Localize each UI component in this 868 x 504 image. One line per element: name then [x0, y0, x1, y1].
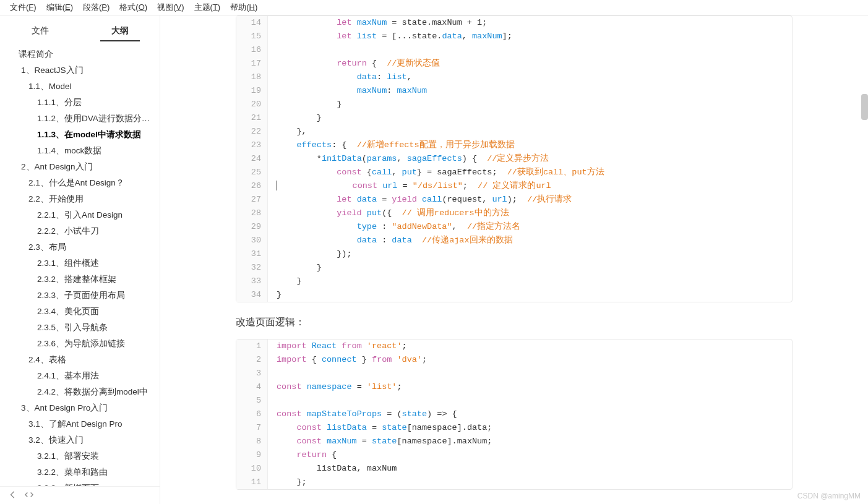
code-line: 27 let data = yield call(request, url); … [236, 193, 792, 207]
outline-item[interactable]: 2.4、表格 [2, 352, 157, 368]
outline-item[interactable]: 1.1.2、使用DVA进行数据分层管理 [2, 111, 157, 127]
code-line: 32 } [236, 261, 792, 275]
code-line: 19 maxNum: maxNum [236, 84, 792, 98]
code-line: 4const namespace = 'list'; [236, 380, 792, 394]
watermark: CSDN @amingMM [797, 492, 861, 500]
code-line: 3 [236, 367, 792, 380]
code-line: 34} [236, 288, 792, 302]
outline-item[interactable]: 2.2.1、引入Ant Design [2, 207, 157, 223]
code-line: 14 let maxNum = state.maxNum + 1; [236, 16, 792, 30]
outline-item[interactable]: 2.4.2、将数据分离到model中 [2, 384, 157, 400]
code-block-2[interactable]: 1import React from 'react';2import { con… [236, 339, 793, 490]
back-icon[interactable] [9, 490, 17, 501]
outline-item[interactable]: 3、Ant Design Pro入门 [2, 400, 157, 416]
scrollbar-thumb[interactable] [861, 94, 868, 120]
menu-t[interactable]: 主题(T) [189, 1, 226, 14]
code-line: 16 [236, 43, 792, 57]
outline-item[interactable]: 课程简介 [2, 46, 157, 62]
outline-item[interactable]: 2.4.1、基本用法 [2, 368, 157, 384]
outline-item[interactable]: 2.3.1、组件概述 [2, 255, 157, 271]
code-icon[interactable] [25, 490, 33, 501]
outline-item[interactable]: 3.1、了解Ant Design Pro [2, 416, 157, 432]
code-line: 29 type : "addNewData", //指定方法名 [236, 220, 792, 234]
outline-list: 课程简介1、ReactJS入门1.1、Model1.1.1、分层1.1.2、使用… [0, 41, 160, 486]
outline-item[interactable]: 1.1.4、mock数据 [2, 143, 157, 159]
outline-item[interactable]: 2.2、开始使用 [2, 191, 157, 207]
outline-item[interactable]: 2.2.2、小试牛刀 [2, 223, 157, 239]
code-line: 10 listData, maxNum [236, 462, 792, 476]
code-line: 33 } [236, 275, 792, 288]
code-line: 8 const maxNum = state[namespace].maxNum… [236, 435, 792, 448]
code-line: 6const mapStateToProps = (state) => { [236, 408, 792, 421]
code-line: 21 } [236, 111, 792, 125]
outline-item[interactable]: 2、Ant Design入门 [2, 159, 157, 175]
outline-item[interactable]: 3.2、快速入门 [2, 432, 157, 448]
code-line: 25 const {call, put} = sagaEffects; //获取… [236, 166, 792, 179]
outline-item[interactable]: 1.1.1、分层 [2, 95, 157, 111]
outline-item[interactable]: 2.1、什么是Ant Design？ [2, 175, 157, 191]
outline-item[interactable]: 2.3.4、美化页面 [2, 304, 157, 320]
code-line: 22 }, [236, 125, 792, 139]
menu-h[interactable]: 帮助(H) [225, 1, 262, 14]
code-line: 2import { connect } from 'dva'; [236, 353, 792, 367]
code-line: 1import React from 'react'; [236, 340, 792, 353]
code-block-1[interactable]: 14 let maxNum = state.maxNum + 1;15 let … [236, 15, 793, 302]
code-line: 30 data : data //传递ajax回来的数据 [236, 234, 792, 247]
tab-outline[interactable]: 大纲 [100, 22, 140, 41]
menu-v[interactable]: 视图(V) [152, 1, 189, 14]
code-line: 7 const listData = state[namespace].data… [236, 421, 792, 435]
outline-item[interactable]: 3.2.1、部署安装 [2, 448, 157, 464]
code-line: 9 return { [236, 448, 792, 462]
outline-item[interactable]: 1.1、Model [2, 79, 157, 95]
outline-item[interactable]: 2.3.3、子页面使用布局 [2, 288, 157, 304]
tab-file[interactable]: 文件 [20, 22, 60, 41]
outline-item[interactable]: 2.3.2、搭建整体框架 [2, 271, 157, 288]
sidebar-bottom-tools [0, 486, 160, 504]
menu-o[interactable]: 格式(O) [114, 1, 152, 14]
outline-item[interactable]: 2.3.5、引入导航条 [2, 320, 157, 336]
outline-item[interactable]: 1、ReactJS入门 [2, 62, 157, 79]
code-line: 11 }; [236, 476, 792, 489]
outline-item[interactable]: 3.2.3、新增页面 [2, 481, 157, 486]
outline-item[interactable]: 1.1.3、在model中请求数据 [2, 127, 157, 143]
menu-e[interactable]: 编辑(E) [41, 1, 78, 14]
menubar: 文件(F)编辑(E)段落(P)格式(O)视图(V)主题(T)帮助(H) [0, 0, 868, 15]
code-line: 26 const url = "/ds/list"; // 定义请求的url [236, 179, 792, 193]
menu-p[interactable]: 段落(P) [78, 1, 114, 14]
outline-item[interactable]: 3.2.2、菜单和路由 [2, 464, 157, 481]
code-line: 24 *initData(params, sagaEffects) { //定义… [236, 152, 792, 166]
code-line: 5 [236, 394, 792, 408]
code-line: 31 }); [236, 247, 792, 261]
menu-f[interactable]: 文件(F) [5, 1, 41, 14]
code-line: 18 data: list, [236, 70, 792, 84]
code-line: 28 yield put({ // 调用reducers中的方法 [236, 207, 792, 220]
code-line: 23 effects: { //新增effects配置，用于异步加载数据 [236, 139, 792, 152]
editor-content[interactable]: 14 let maxNum = state.maxNum + 1;15 let … [160, 15, 868, 504]
code-line: 17 return { //更新状态值 [236, 57, 792, 70]
code-line: 15 let list = [...state.data, maxNum]; [236, 30, 792, 43]
section-text: 改造页面逻辑： [236, 316, 793, 329]
outline-item[interactable]: 2.3.6、为导航添加链接 [2, 336, 157, 352]
outline-item[interactable]: 2.3、布局 [2, 239, 157, 255]
sidebar: 文件 大纲 课程简介1、ReactJS入门1.1、Model1.1.1、分层1.… [0, 15, 160, 504]
code-line: 20 } [236, 98, 792, 111]
sidebar-tabs: 文件 大纲 [0, 15, 160, 41]
